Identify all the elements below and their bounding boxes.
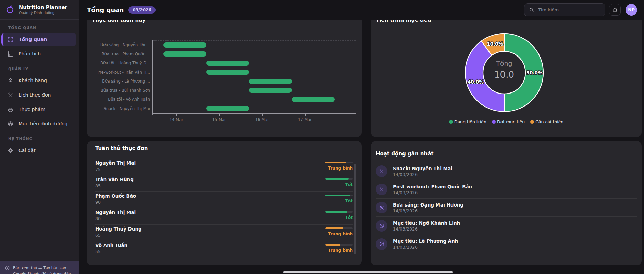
gear-icon — [7, 147, 14, 154]
compliance-status: Tốt — [345, 215, 353, 220]
utensils-icon — [379, 187, 385, 192]
brand-text: Nutrition Planner Quản lý Dinh dưỡng — [19, 4, 67, 15]
gantt-tick-label: 14 Mar — [166, 117, 187, 122]
client-name: Võ Anh Tuấn — [95, 242, 127, 248]
grid-icon — [7, 36, 14, 43]
sidebar-nav: TỔNG QUANTổng quanPhân tíchQUẢN LÝKhách … — [0, 26, 79, 157]
app-root: Nutrition Planner Quản lý Dinh dưỡng TỔN… — [0, 0, 644, 274]
nav-section-label: HỆ THỐNG — [8, 137, 79, 141]
gantt-tick — [262, 114, 263, 116]
target-icon — [379, 223, 385, 229]
activity-row-text: Bữa sáng: Đặng Mai Hương14/03/2026 — [393, 202, 463, 213]
sidebar-item-overview[interactable]: Tổng quan — [1, 33, 76, 46]
compliance-row-left: Phạm Quốc Bảo90 — [95, 192, 136, 208]
gantt-tick-label: 17 Mar — [295, 117, 315, 122]
donut-slice-label: 50.0% — [527, 70, 543, 75]
activity-row: Mục tiêu: Ngô Khánh Linh14/03/2026 — [376, 217, 637, 235]
gantt-gridline — [153, 95, 356, 95]
compliance-row-right: Tốt — [325, 195, 353, 208]
activity-row-text: Post-workout: Phạm Quốc Bảo14/03/2026 — [393, 184, 472, 195]
card-goal-progress: Tiến trình mục tiêu 50.0%40.0%10.0% Tổng… — [371, 5, 642, 137]
sidebar-item-menu-schedule[interactable]: Lịch thực đơn — [1, 88, 76, 102]
avatar[interactable]: NP — [626, 4, 637, 16]
compliance-row-right: Trung bình — [325, 227, 353, 241]
sidebar-item-settings[interactable]: Cài đặt — [1, 144, 76, 157]
notifications-button[interactable] — [609, 4, 621, 16]
legend-item: Cần cải thiện — [530, 119, 564, 124]
compliance-list: Nguyễn Thị Mai75Trung bìnhTrần Văn Hùng8… — [95, 159, 353, 258]
sidebar-item-label: Lịch thực đơn — [18, 92, 51, 98]
compliance-status: Trung bình — [328, 232, 353, 236]
client-name: Hoàng Thuỳ Dung — [95, 226, 142, 232]
compliance-bar-track — [325, 162, 353, 163]
compliance-row: Phạm Quốc Bảo90Tốt — [95, 192, 353, 208]
compliance-row-right: Trung bình — [325, 162, 353, 175]
compliance-value: 55 — [95, 249, 127, 254]
activity-date: 14/03/2026 — [393, 208, 463, 213]
compliance-status: Trung bình — [328, 166, 353, 171]
gantt-gridline — [153, 86, 356, 86]
gantt-gridline — [153, 50, 356, 50]
compliance-status: Tốt — [345, 182, 353, 187]
chart-icon — [7, 51, 14, 57]
user-icon — [7, 77, 14, 84]
compliance-bar-fill — [325, 162, 346, 163]
client-name: Nguyễn Thị Mai — [95, 210, 136, 215]
compliance-row-right: Tốt — [325, 178, 353, 191]
gantt-y-axis — [152, 40, 153, 115]
gantt-row-label: Bữa tối - Hoàng Thuỳ D... — [82, 61, 150, 65]
gantt-x-axis — [152, 113, 356, 114]
donut-legend: Đang tiến triểnĐạt mục tiêuCần cải thiện — [371, 119, 642, 124]
utensils-icon — [379, 205, 385, 211]
gantt-gridline — [153, 68, 356, 68]
activity-icon-circle — [376, 202, 387, 213]
compliance-scrollbar[interactable] — [354, 164, 356, 254]
month-badge: 03/2026 — [128, 6, 155, 14]
sidebar-item-customers[interactable]: Khách hàng — [1, 74, 76, 87]
gantt-gridline — [153, 59, 356, 59]
sidebar-item-nutrition-goals[interactable]: Mục tiêu dinh dưỡng — [1, 117, 76, 130]
compliance-bar-fill — [325, 227, 343, 229]
legend-label: Đang tiến triển — [454, 119, 486, 124]
bell-icon — [612, 7, 618, 13]
gantt-row-label: Bữa trưa - Bùi Thanh Sơn — [82, 88, 150, 93]
card-compliance: Tuân thủ thực đơn Nguyễn Thị Mai75Trung … — [87, 141, 362, 265]
activity-row-text: Snack: Nguyễn Thị Mai14/03/2026 — [393, 166, 453, 177]
compliance-row: Võ Anh Tuấn55Trung bình — [95, 241, 353, 258]
compliance-value: 75 — [95, 167, 136, 172]
nav-section-label: QUẢN LÝ — [8, 67, 79, 71]
activity-title: Mục tiêu: Lê Phương Anh — [393, 238, 458, 244]
trial-note-text: Bản xem thử — Tạo bản sao Google Sheets … — [13, 265, 74, 274]
compliance-bar-track — [325, 195, 353, 196]
gantt-bar — [163, 51, 206, 57]
card-activity: Hoạt động gần nhất Snack: Nguyễn Thị Mai… — [371, 141, 642, 265]
search-input[interactable] — [537, 7, 601, 13]
gantt-bar — [163, 42, 206, 48]
sidebar-item-label: Cài đặt — [18, 148, 36, 153]
activity-row-text: Mục tiêu: Ngô Khánh Linh14/03/2026 — [393, 220, 460, 232]
target-icon — [379, 241, 385, 247]
donut-slice — [474, 48, 504, 103]
search-box[interactable] — [524, 3, 605, 16]
activity-row-text: Mục tiêu: Lê Phương Anh14/03/2026 — [393, 238, 458, 250]
brand-tagline: Quản lý Dinh dưỡng — [19, 11, 67, 15]
horizontal-scrollbar[interactable] — [283, 271, 453, 273]
compliance-row: Nguyễn Thị Mai75Trung bình — [95, 159, 353, 175]
gantt-gridline — [153, 77, 356, 77]
sidebar-item-label: Khách hàng — [18, 78, 47, 83]
sidebar-item-foods[interactable]: Thực phẩm — [1, 102, 76, 116]
compliance-value: 85 — [95, 183, 134, 188]
gantt-bar — [206, 61, 249, 66]
client-name: Phạm Quốc Bảo — [95, 193, 136, 199]
activity-icon-circle — [376, 220, 387, 232]
sidebar-item-label: Thực phẩm — [18, 107, 45, 112]
sidebar-item-analytics[interactable]: Phân tích — [1, 47, 76, 61]
activity-title: Bữa sáng: Đặng Mai Hương — [393, 202, 463, 208]
compliance-bar-track — [325, 227, 353, 229]
compliance-row-left: Nguyễn Thị Mai75 — [95, 159, 136, 175]
activity-list: Snack: Nguyễn Thị Mai14/03/2026Post-work… — [376, 162, 637, 253]
sidebar-item-label: Tổng quan — [18, 37, 47, 42]
activity-row: Snack: Nguyễn Thị Mai14/03/2026 — [376, 162, 637, 180]
page-title: Tổng quan — [87, 6, 124, 13]
compliance-row-right: Tốt — [325, 211, 353, 224]
